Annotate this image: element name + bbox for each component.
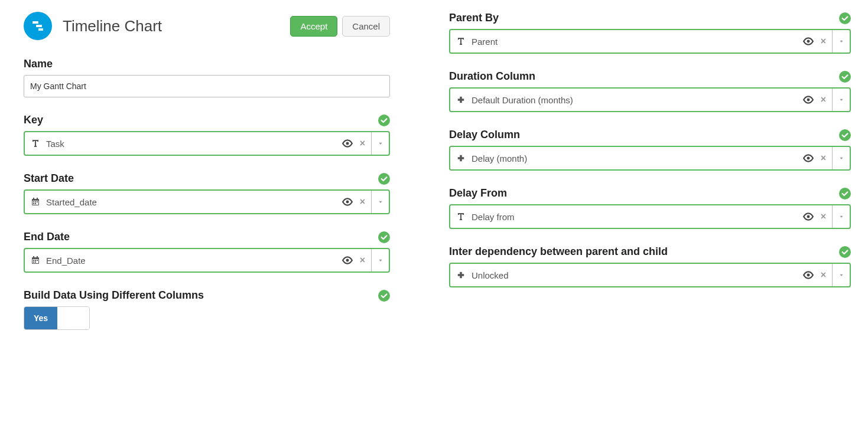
- parent-by-combo[interactable]: Parent ×: [449, 29, 851, 54]
- clear-icon[interactable]: ×: [818, 153, 828, 163]
- start-date-label: Start Date: [24, 172, 74, 185]
- valid-check-icon: [839, 71, 851, 83]
- eye-icon[interactable]: [803, 94, 814, 105]
- clear-icon[interactable]: ×: [818, 94, 828, 105]
- valid-check-icon: [378, 231, 390, 243]
- delay-col-combo[interactable]: Delay (month) ×: [449, 146, 851, 171]
- inter-dep-combo[interactable]: Unlocked ×: [449, 263, 851, 287]
- calendar-type-icon: [31, 256, 40, 265]
- valid-check-icon: [378, 290, 390, 302]
- clear-icon[interactable]: ×: [818, 270, 828, 280]
- toggle-off-area: [57, 307, 89, 329]
- key-value: Task: [46, 139, 64, 149]
- clear-icon[interactable]: ×: [357, 138, 368, 149]
- dropdown-toggle[interactable]: [832, 30, 850, 53]
- name-input[interactable]: [24, 75, 390, 97]
- dialog-header: Timeline Chart Accept Cancel: [24, 12, 390, 40]
- valid-check-icon: [839, 246, 851, 258]
- dropdown-toggle[interactable]: [371, 191, 389, 213]
- dropdown-toggle[interactable]: [371, 132, 389, 155]
- end-date-value: End_Date: [46, 256, 86, 266]
- dropdown-toggle[interactable]: [832, 147, 850, 169]
- delay-from-field-group: Delay From Delay from ×: [449, 187, 851, 229]
- plus-type-icon: [456, 96, 466, 104]
- duration-label: Duration Column: [449, 70, 535, 83]
- delay-from-label: Delay From: [449, 187, 507, 199]
- calendar-type-icon: [31, 197, 40, 207]
- inter-dep-field-group: Inter dependency between parent and chil…: [449, 246, 851, 287]
- eye-icon[interactable]: [342, 138, 353, 149]
- key-field-group: Key Task ×: [24, 114, 390, 156]
- name-label: Name: [24, 58, 53, 70]
- clear-icon[interactable]: ×: [357, 197, 368, 207]
- delay-from-combo[interactable]: Delay from ×: [449, 204, 851, 229]
- start-date-value: Started_date: [46, 197, 97, 207]
- eye-icon[interactable]: [803, 211, 814, 222]
- end-date-field-group: End Date End_Date ×: [24, 231, 390, 273]
- inter-dep-label: Inter dependency between parent and chil…: [449, 246, 668, 258]
- clear-icon[interactable]: ×: [357, 255, 368, 266]
- clear-icon[interactable]: ×: [818, 36, 828, 47]
- start-date-combo[interactable]: Started_date ×: [24, 189, 390, 214]
- plus-type-icon: [456, 154, 466, 162]
- inter-dep-value: Unlocked: [472, 270, 509, 280]
- delay-col-label: Delay Column: [449, 129, 520, 141]
- eye-icon[interactable]: [342, 197, 353, 207]
- build-diff-field-group: Build Data Using Different Columns Yes: [24, 289, 390, 330]
- eye-icon[interactable]: [803, 270, 814, 280]
- dropdown-toggle[interactable]: [371, 249, 389, 272]
- build-diff-label: Build Data Using Different Columns: [24, 289, 204, 302]
- delay-col-value: Delay (month): [472, 153, 527, 163]
- key-label: Key: [24, 114, 43, 126]
- parent-by-value: Parent: [472, 37, 498, 47]
- delay-from-value: Delay from: [472, 212, 515, 222]
- text-type-icon: [456, 212, 466, 221]
- accept-button[interactable]: Accept: [290, 16, 337, 37]
- clear-icon[interactable]: ×: [818, 211, 828, 222]
- duration-field-group: Duration Column Default Duration (months…: [449, 70, 851, 112]
- start-date-field-group: Start Date Started_date ×: [24, 172, 390, 214]
- left-column: Timeline Chart Accept Cancel Name Key Ta…: [24, 12, 390, 346]
- duration-value: Default Duration (months): [472, 95, 573, 105]
- dropdown-toggle[interactable]: [832, 205, 850, 228]
- parent-by-label: Parent By: [449, 12, 499, 24]
- text-type-icon: [31, 139, 40, 148]
- right-column: Parent By Parent × Duration Column: [449, 12, 851, 304]
- dropdown-toggle[interactable]: [832, 264, 850, 286]
- build-diff-toggle[interactable]: Yes: [24, 306, 90, 330]
- dropdown-toggle[interactable]: [832, 89, 850, 111]
- duration-combo[interactable]: Default Duration (months) ×: [449, 87, 851, 112]
- text-type-icon: [456, 37, 466, 46]
- valid-check-icon: [378, 173, 390, 185]
- cancel-button[interactable]: Cancel: [342, 16, 390, 37]
- valid-check-icon: [378, 115, 390, 126]
- plus-type-icon: [456, 271, 466, 279]
- end-date-label: End Date: [24, 231, 70, 243]
- valid-check-icon: [839, 188, 851, 199]
- eye-icon[interactable]: [803, 153, 814, 163]
- dialog-title: Timeline Chart: [63, 17, 285, 35]
- toggle-yes-label: Yes: [24, 307, 57, 329]
- delay-col-field-group: Delay Column Delay (month) ×: [449, 129, 851, 171]
- eye-icon[interactable]: [803, 36, 814, 47]
- valid-check-icon: [839, 129, 851, 141]
- parent-by-field-group: Parent By Parent ×: [449, 12, 851, 54]
- key-combo[interactable]: Task ×: [24, 131, 390, 156]
- end-date-combo[interactable]: End_Date ×: [24, 248, 390, 273]
- name-field-group: Name: [24, 58, 390, 97]
- timeline-chart-icon: [24, 12, 52, 40]
- valid-check-icon: [839, 12, 851, 24]
- eye-icon[interactable]: [342, 255, 353, 266]
